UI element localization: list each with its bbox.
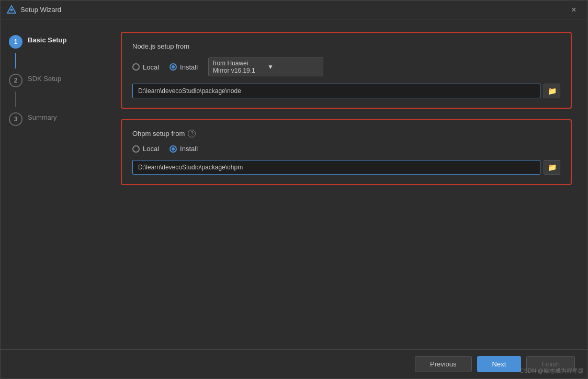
- nodejs-install-label: Install: [180, 63, 198, 71]
- nodejs-local-radio[interactable]: [132, 63, 140, 71]
- ohpm-local-label: Local: [143, 145, 159, 153]
- ohpm-radio-group: Local Install: [132, 145, 560, 153]
- nodejs-section: Node.js setup from Local Install from Hu…: [121, 32, 572, 109]
- nodejs-path-row: 📁: [132, 84, 560, 98]
- ohpm-path-row: 📁: [132, 160, 560, 175]
- sidebar: 1 Basic Setup 2 SDK Setup 3 Summary: [1, 19, 105, 349]
- nodejs-dropdown-value: from Huawei Mirror v16.19.1: [213, 60, 264, 74]
- ohpm-local-option[interactable]: Local: [132, 145, 159, 153]
- nodejs-section-title: Node.js setup from: [132, 42, 560, 50]
- next-button[interactable]: Next: [477, 356, 522, 372]
- bottom-bar: Previous Next Finish: [1, 349, 587, 378]
- main-content: 1 Basic Setup 2 SDK Setup 3 Summary Node…: [1, 19, 587, 349]
- folder-icon: 📁: [548, 87, 557, 95]
- step1-number: 1: [9, 35, 22, 49]
- step1-label: Basic Setup: [28, 34, 66, 44]
- folder-icon: 📁: [548, 163, 557, 171]
- previous-button[interactable]: Previous: [415, 356, 472, 372]
- nodejs-install-option[interactable]: Install: [169, 63, 198, 71]
- content-area: Node.js setup from Local Install from Hu…: [105, 19, 587, 349]
- nodejs-folder-button[interactable]: 📁: [544, 84, 560, 98]
- nodejs-dropdown-arrow: ▼: [267, 63, 319, 71]
- nodejs-path-input[interactable]: [132, 84, 540, 98]
- ohpm-section-title: Ohpm setup from ?: [132, 130, 560, 137]
- nodejs-mirror-dropdown[interactable]: from Huawei Mirror v16.19.1 ▼: [208, 58, 323, 76]
- ohpm-install-radio[interactable]: [169, 145, 177, 153]
- ohpm-help-icon[interactable]: ?: [188, 130, 196, 137]
- step3-number: 3: [9, 112, 22, 126]
- setup-wizard-window: Setup Wizard × 1 Basic Setup 2 SDK Setup…: [0, 0, 588, 379]
- ohpm-folder-button[interactable]: 📁: [544, 160, 560, 175]
- ohpm-local-radio[interactable]: [132, 145, 140, 153]
- sidebar-item-basic-setup[interactable]: 1 Basic Setup: [1, 30, 105, 53]
- finish-button: Finish: [526, 356, 575, 372]
- nodejs-local-option[interactable]: Local: [132, 63, 159, 71]
- step-connector-1: [15, 53, 16, 68]
- nodejs-install-radio[interactable]: [169, 63, 177, 71]
- close-button[interactable]: ×: [567, 3, 581, 17]
- ohpm-install-label: Install: [180, 145, 198, 153]
- ohpm-section: Ohpm setup from ? Local Install: [121, 119, 572, 185]
- step3-label: Summary: [28, 111, 57, 121]
- step-connector-2: [15, 91, 16, 107]
- nodejs-radio-group: Local Install from Huawei Mirror v16.19.…: [132, 58, 560, 76]
- nodejs-local-label: Local: [143, 63, 159, 71]
- ohpm-path-input[interactable]: [132, 160, 540, 175]
- sidebar-item-sdk-setup[interactable]: 2 SDK Setup: [1, 68, 105, 91]
- sidebar-item-summary[interactable]: 3 Summary: [1, 107, 105, 130]
- svg-point-1: [10, 8, 13, 11]
- step2-number: 2: [9, 74, 22, 87]
- title-bar: Setup Wizard ×: [1, 1, 587, 19]
- window-title: Setup Wizard: [20, 6, 567, 14]
- step2-label: SDK Setup: [28, 73, 61, 83]
- app-icon: [7, 5, 16, 15]
- ohpm-install-option[interactable]: Install: [169, 145, 198, 153]
